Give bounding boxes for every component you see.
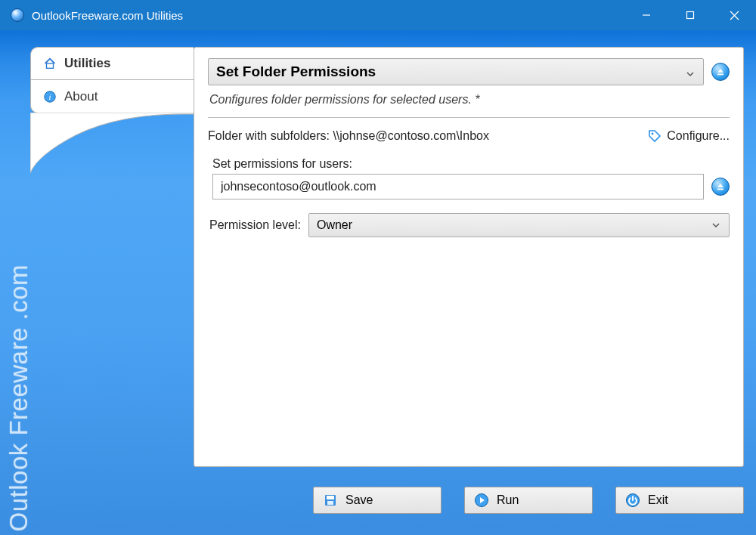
home-icon xyxy=(43,57,57,70)
tab-curve-decoration xyxy=(30,113,194,166)
svg-rect-11 xyxy=(327,496,334,499)
divider xyxy=(208,117,730,118)
play-icon xyxy=(474,493,489,508)
window-title: OutlookFreeware.com Utilities xyxy=(32,9,624,22)
watermark-text: Outlook Freeware .com xyxy=(5,264,33,531)
svg-rect-7 xyxy=(717,74,723,76)
maximize-button[interactable] xyxy=(668,0,712,30)
tab-label: About xyxy=(64,89,98,104)
save-label: Save xyxy=(345,493,373,507)
svg-rect-12 xyxy=(327,501,333,505)
users-label: Set permissions for users: xyxy=(212,157,730,171)
tag-icon xyxy=(647,128,662,144)
folder-path-label: Folder with subfolders: \\johnse@contoso… xyxy=(208,129,489,143)
svg-rect-4 xyxy=(47,63,54,68)
configure-link[interactable]: Configure... xyxy=(647,128,730,144)
titlebar: OutlookFreeware.com Utilities xyxy=(0,0,756,30)
info-icon: i xyxy=(43,90,57,104)
chevron-down-icon xyxy=(685,66,696,77)
chevron-down-icon xyxy=(711,220,721,230)
svg-text:i: i xyxy=(49,91,51,101)
permission-level-label: Permission level: xyxy=(209,218,301,232)
svg-point-8 xyxy=(652,133,654,135)
close-button[interactable] xyxy=(712,0,756,30)
exit-label: Exit xyxy=(648,493,668,507)
content-panel: Set Folder Permissions Configures folder… xyxy=(194,47,744,467)
tab-label: Utilities xyxy=(64,56,110,71)
permission-level-value: Owner xyxy=(317,218,352,232)
side-tabs: Utilities i About xyxy=(30,47,194,166)
utility-description: Configures folder permissions for select… xyxy=(209,93,728,107)
users-eject-button[interactable] xyxy=(711,178,730,196)
save-button[interactable]: Save xyxy=(313,487,442,514)
configure-label: Configure... xyxy=(667,129,730,143)
app-icon xyxy=(11,8,24,22)
tab-utilities[interactable]: Utilities xyxy=(30,47,194,80)
svg-rect-1 xyxy=(687,12,694,19)
power-icon xyxy=(625,493,640,508)
permission-level-dropdown[interactable]: Owner xyxy=(308,213,730,237)
action-buttons: Save Run Exit xyxy=(313,487,744,514)
utility-name: Set Folder Permissions xyxy=(216,63,376,80)
svg-rect-9 xyxy=(717,189,723,190)
run-button[interactable]: Run xyxy=(464,487,593,514)
save-icon xyxy=(323,493,338,508)
exit-button[interactable]: Exit xyxy=(615,487,744,514)
tab-about[interactable]: i About xyxy=(30,80,194,113)
eject-up-button[interactable] xyxy=(711,63,730,81)
utility-selector-dropdown[interactable]: Set Folder Permissions xyxy=(208,58,704,85)
client-area: Outlook Freeware .com Utilities i About … xyxy=(0,30,756,535)
run-label: Run xyxy=(497,493,519,507)
minimize-button[interactable] xyxy=(624,0,668,30)
users-input[interactable] xyxy=(212,174,704,199)
